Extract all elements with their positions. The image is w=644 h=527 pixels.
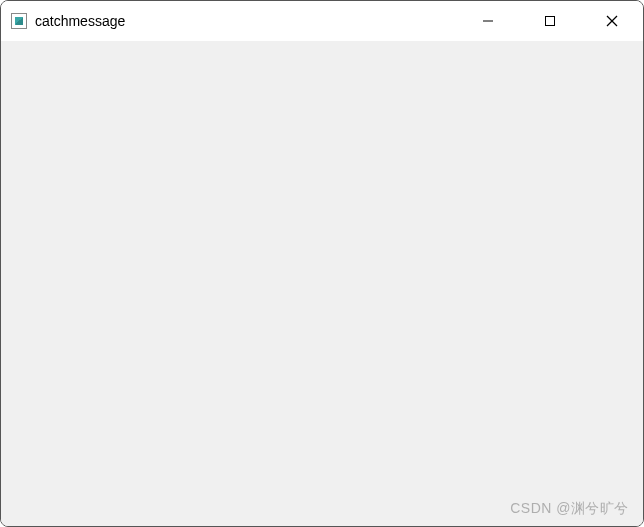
minimize-button[interactable] [457, 1, 519, 41]
maximize-icon [544, 15, 556, 27]
titlebar[interactable]: catchmessage [1, 1, 643, 41]
svg-rect-1 [546, 17, 555, 26]
close-icon [606, 15, 618, 27]
window-title: catchmessage [35, 13, 125, 29]
maximize-button[interactable] [519, 1, 581, 41]
watermark-text: CSDN @渊兮旷兮 [510, 500, 629, 518]
client-area: CSDN @渊兮旷兮 [1, 41, 643, 526]
application-window: catchmessage CSDN @渊兮旷兮 [0, 0, 644, 527]
app-icon [11, 13, 27, 29]
close-button[interactable] [581, 1, 643, 41]
minimize-icon [482, 15, 494, 27]
